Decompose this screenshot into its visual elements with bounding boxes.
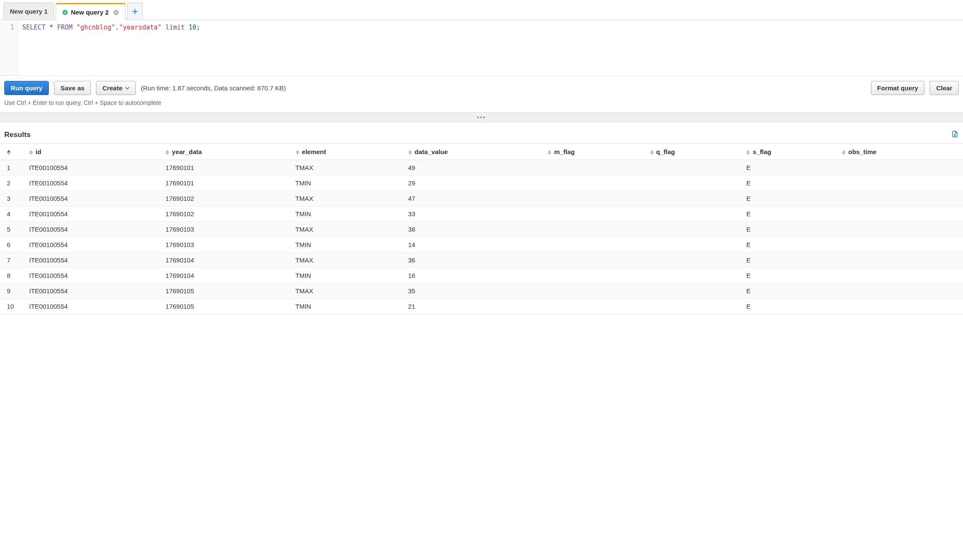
table-row[interactable]: 6ITE0010055417690103TMIN14E	[0, 237, 963, 253]
cell-element: TMIN	[292, 268, 405, 283]
cell-m-flag	[544, 237, 646, 253]
column-header-element[interactable]: element	[292, 144, 405, 160]
cell-index: 3	[0, 191, 26, 206]
cell-year-data: 17690104	[162, 268, 292, 283]
column-header-year-data[interactable]: year_data	[162, 144, 292, 160]
column-header-data-value[interactable]: data_value	[405, 144, 544, 160]
cell-obs-time	[838, 237, 963, 253]
save-as-button[interactable]: Save as	[54, 81, 91, 95]
cell-obs-time	[838, 299, 963, 314]
column-header-id[interactable]: id	[26, 144, 162, 160]
cell-year-data: 17690105	[162, 283, 292, 299]
results-title: Results	[4, 131, 30, 139]
create-dropdown-button[interactable]: Create	[96, 81, 136, 95]
cell-m-flag	[544, 206, 646, 222]
cell-element: TMAX	[292, 283, 405, 299]
tab-label: New query 2	[71, 9, 108, 16]
cell-s-flag: E	[743, 253, 838, 268]
cell-data-value: 35	[405, 283, 544, 299]
cell-m-flag	[544, 191, 646, 206]
cell-element: TMIN	[292, 176, 405, 191]
cell-s-flag: E	[743, 283, 838, 299]
cell-year-data: 17690103	[162, 222, 292, 237]
cell-year-data: 17690102	[162, 191, 292, 206]
cell-element: TMIN	[292, 206, 405, 222]
table-row[interactable]: 2ITE0010055417690101TMIN29E	[0, 176, 963, 191]
cell-id: ITE00100554	[26, 299, 162, 314]
add-tab-button[interactable]	[127, 3, 143, 20]
cell-data-value: 29	[405, 176, 544, 191]
cell-q-flag	[646, 283, 743, 299]
table-row[interactable]: 8ITE0010055417690104TMIN16E	[0, 268, 963, 283]
create-label: Create	[102, 84, 123, 92]
panel-resize-handle[interactable]: •••	[0, 112, 963, 122]
cell-data-value: 14	[405, 237, 544, 253]
cell-s-flag: E	[743, 299, 838, 314]
cell-year-data: 17690105	[162, 299, 292, 314]
cell-m-flag	[544, 268, 646, 283]
column-header-index[interactable]	[0, 144, 26, 160]
editor-code[interactable]: SELECT * FROM "ghcnblog"."yearsdata" lim…	[18, 20, 204, 75]
sql-editor[interactable]: 1 SELECT * FROM "ghcnblog"."yearsdata" l…	[0, 20, 963, 76]
results-table: id year_data element data_value m_flag q…	[0, 143, 963, 314]
cell-data-value: 49	[405, 160, 544, 176]
cell-s-flag: E	[743, 176, 838, 191]
column-label: data_value	[415, 148, 448, 155]
cell-m-flag	[544, 176, 646, 191]
cell-id: ITE00100554	[26, 253, 162, 268]
cell-q-flag	[646, 191, 743, 206]
sort-icon	[29, 150, 33, 155]
line-number: 1	[0, 24, 14, 31]
cell-data-value: 38	[405, 222, 544, 237]
download-results-icon[interactable]	[951, 130, 959, 139]
cell-year-data: 17690103	[162, 237, 292, 253]
cell-index: 7	[0, 253, 26, 268]
sort-icon	[650, 150, 654, 155]
sql-token: *	[49, 24, 53, 31]
cell-obs-time	[838, 176, 963, 191]
tab-query-2[interactable]: New query 2	[56, 3, 125, 20]
column-label: m_flag	[554, 148, 574, 155]
table-row[interactable]: 5ITE0010055417690103TMAX38E	[0, 222, 963, 237]
cell-data-value: 21	[405, 299, 544, 314]
close-icon[interactable]	[113, 9, 119, 15]
cell-id: ITE00100554	[26, 160, 162, 176]
query-tabs: New query 1 New query 2	[0, 0, 963, 20]
sort-icon	[296, 150, 299, 155]
cell-data-value: 36	[405, 253, 544, 268]
cell-index: 5	[0, 222, 26, 237]
results-header: Results	[0, 122, 963, 143]
table-row[interactable]: 9ITE0010055417690105TMAX35E	[0, 283, 963, 299]
column-header-q-flag[interactable]: q_flag	[646, 144, 743, 160]
column-header-obs-time[interactable]: obs_time	[838, 144, 963, 160]
cell-m-flag	[544, 222, 646, 237]
column-header-s-flag[interactable]: s_flag	[743, 144, 838, 160]
chevron-down-icon	[125, 86, 129, 90]
column-header-m-flag[interactable]: m_flag	[544, 144, 646, 160]
cell-obs-time	[838, 160, 963, 176]
cell-q-flag	[646, 299, 743, 314]
table-row[interactable]: 7ITE0010055417690104TMAX36E	[0, 253, 963, 268]
clear-button[interactable]: Clear	[930, 81, 959, 95]
cell-m-flag	[544, 299, 646, 314]
run-query-button[interactable]: Run query	[4, 81, 49, 95]
cell-obs-time	[838, 268, 963, 283]
sort-icon	[408, 150, 412, 155]
column-label: s_flag	[753, 148, 771, 155]
table-row[interactable]: 3ITE0010055417690102TMAX47E	[0, 191, 963, 206]
cell-year-data: 17690101	[162, 160, 292, 176]
cell-q-flag	[646, 237, 743, 253]
format-query-button[interactable]: Format query	[871, 81, 925, 95]
cell-q-flag	[646, 253, 743, 268]
editor-gutter: 1	[0, 20, 18, 75]
table-row[interactable]: 10ITE0010055417690105TMIN21E	[0, 299, 963, 314]
tab-query-1[interactable]: New query 1	[3, 3, 54, 20]
sql-keyword: limit	[165, 24, 185, 31]
table-row[interactable]: 4ITE0010055417690102TMIN33E	[0, 206, 963, 222]
cell-q-flag	[646, 206, 743, 222]
cell-element: TMAX	[292, 222, 405, 237]
table-row[interactable]: 1ITE0010055417690101TMAX49E	[0, 160, 963, 176]
cell-index: 6	[0, 237, 26, 253]
sort-icon	[547, 150, 551, 155]
cell-year-data: 17690104	[162, 253, 292, 268]
